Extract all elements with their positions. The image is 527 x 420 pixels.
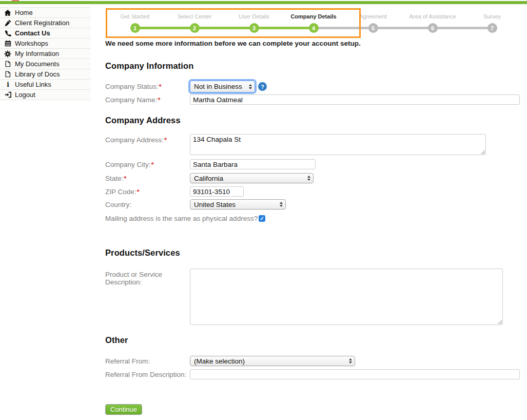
sidebar-item-workshops[interactable]: Workshops	[0, 39, 90, 49]
phone-icon	[4, 30, 11, 37]
referral-from-select[interactable]: (Make selection)	[190, 356, 355, 366]
sidebar-item-logout[interactable]: Logout	[0, 90, 90, 100]
logout-icon	[4, 91, 11, 99]
step-label: Agreement	[359, 13, 387, 20]
sidebar-item-label: Library of Docs	[15, 70, 60, 78]
intro-text: We need some more information before we …	[105, 40, 522, 47]
step-circle[interactable]: 1	[130, 23, 140, 33]
field-label: ZIP Code:*	[105, 188, 190, 196]
pencil-icon	[4, 20, 11, 27]
step-circle[interactable]: 7	[487, 23, 497, 33]
step-area-of-assistance: Area of Assistance 6	[403, 13, 462, 33]
product-description-textarea[interactable]	[190, 269, 503, 325]
company-name-input[interactable]	[190, 94, 520, 105]
form-row-country: Country: United States	[105, 199, 522, 209]
help-icon[interactable]: ?	[258, 82, 267, 91]
step-survey: Survey 7	[462, 13, 522, 33]
select-value: United States	[194, 201, 236, 208]
calendar-icon	[4, 40, 11, 47]
mailing-same-checkbox[interactable]: ✓	[259, 215, 265, 222]
select-arrows-icon	[280, 202, 283, 207]
step-user-details: User Details 3	[224, 13, 284, 33]
company-status-select[interactable]: Not in Business	[190, 81, 255, 92]
sidebar-item-label: Logout	[15, 91, 35, 99]
referral-description-input[interactable]	[190, 369, 520, 379]
top-accent-bar	[0, 1, 527, 4]
step-get-started: Get Started 1	[105, 13, 165, 33]
step-circle[interactable]: 5	[368, 23, 378, 33]
form-row-state: State:* California	[105, 173, 522, 183]
required-asterisk: *	[164, 136, 167, 144]
sidebar-item-my-information[interactable]: My Information	[0, 49, 90, 59]
field-label: State:*	[105, 175, 190, 182]
step-circle[interactable]: 4	[309, 23, 319, 33]
field-label: Company Name:*	[105, 96, 190, 104]
form-row-zip-code: ZIP Code:*	[105, 186, 522, 197]
form-row-company-name: Company Name:*	[105, 94, 522, 105]
continue-button[interactable]: Continue	[105, 404, 142, 415]
select-value: California	[194, 175, 223, 182]
required-asterisk: *	[151, 161, 154, 168]
select-value: Not in Business	[194, 83, 242, 90]
sidebar-item-library-of-docs[interactable]: Library of Docs	[0, 69, 90, 80]
sidebar-item-home[interactable]: Home	[0, 8, 90, 18]
section-heading-products-services: Products/Services	[105, 248, 522, 258]
form-row-referral-description: Referral From Description:	[105, 369, 522, 379]
sidebar-item-my-documents[interactable]: My Documents	[0, 59, 90, 69]
home-icon	[4, 9, 11, 16]
sidebar-item-label: My Information	[15, 50, 59, 58]
sidebar-item-useful-links[interactable]: i Useful Links	[0, 80, 90, 90]
field-label: Referral From Description:	[105, 371, 190, 378]
form-row-continue: Continue	[105, 404, 522, 415]
field-label: Referral From:	[105, 357, 190, 365]
zip-code-input[interactable]	[190, 186, 244, 197]
form-content: We need some more information before we …	[105, 40, 522, 415]
logo-fragment	[12, 0, 19, 1]
form-row-mailing-same: Mailing address is the same as physical …	[105, 215, 522, 222]
step-label: User Details	[239, 13, 269, 20]
document-icon	[4, 61, 11, 68]
step-circle[interactable]: 3	[249, 23, 259, 33]
select-arrows-icon	[349, 358, 352, 364]
step-agreement: Agreement 5	[343, 13, 403, 33]
company-address-textarea[interactable]: 134 Chapala St	[190, 134, 486, 155]
sidebar-item-label: Contact Us	[15, 29, 50, 37]
select-value: (Make selection)	[194, 357, 245, 365]
info-icon: i	[4, 81, 11, 88]
progress-stepper: Get Started 1 Select Center 2 User Detai…	[105, 13, 522, 38]
sidebar-item-contact-us[interactable]: Contact Us	[0, 28, 90, 39]
required-asterisk: *	[124, 175, 126, 182]
select-arrows-icon	[307, 176, 310, 181]
step-circle[interactable]: 6	[428, 23, 438, 33]
field-label: Company City:*	[105, 161, 190, 168]
form-row-product-description: Product or Service Description:	[105, 269, 522, 325]
step-label: Get Started	[121, 13, 149, 20]
form-row-referral-from: Referral From: (Make selection)	[105, 356, 522, 366]
state-select[interactable]: California	[190, 173, 314, 183]
form-row-company-status: Company Status:* Not in Business ?	[105, 81, 522, 92]
gear-icon	[4, 50, 11, 58]
sidebar-item-client-registration[interactable]: Client Registration	[0, 18, 90, 28]
section-heading-other: Other	[105, 335, 522, 345]
section-heading-company-address: Company Address	[105, 116, 522, 125]
required-asterisk: *	[159, 83, 162, 90]
country-select[interactable]: United States	[190, 199, 286, 209]
sidebar: Home Client Registration Contact Us Work…	[0, 7, 90, 100]
sidebar-item-label: Client Registration	[15, 19, 69, 27]
sidebar-item-label: Workshops	[15, 40, 48, 47]
field-label: Company Address:*	[105, 134, 190, 144]
form-row-company-address: Company Address:* 134 Chapala St	[105, 134, 522, 155]
step-select-center: Select Center 2	[165, 13, 224, 33]
select-arrows-icon	[249, 84, 252, 89]
section-heading-company-information: Company Information	[105, 61, 522, 71]
field-label: Product or Service Description:	[105, 269, 190, 286]
field-label: Country:	[105, 201, 190, 208]
step-circle[interactable]: 2	[190, 23, 200, 33]
document-icon	[4, 71, 11, 78]
step-company-details: Company Details 4	[284, 13, 343, 33]
sidebar-item-label: Home	[15, 9, 33, 16]
step-label: Company Details	[290, 13, 336, 20]
sidebar-item-label: Useful Links	[15, 81, 51, 88]
company-city-input[interactable]	[190, 159, 316, 169]
mailing-same-label: Mailing address is the same as physical …	[105, 215, 258, 222]
